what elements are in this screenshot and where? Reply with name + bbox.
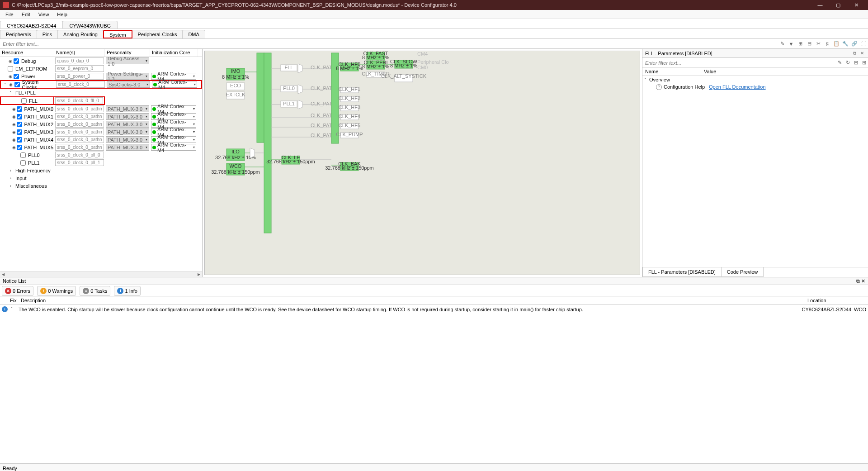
tab-peripheral-clocks[interactable]: Peripheral-Clocks (132, 30, 183, 38)
tab-analog-routing[interactable]: Analog-Routing (57, 30, 104, 38)
menu-help[interactable]: Help (53, 11, 71, 18)
notice-col-fix[interactable]: Fix (7, 297, 18, 304)
tree-body[interactable]: ◉DebugDebug Access-1.0▾EM_EEPROM◉PowerPo… (0, 57, 202, 271)
menu-view[interactable]: View (35, 11, 53, 18)
notice-col-loc[interactable]: Location (805, 297, 868, 304)
tree-row-pll0[interactable]: PLL0 (0, 151, 202, 159)
tree-row-pll1[interactable]: PLL1 (0, 159, 202, 167)
tab-system[interactable]: System (103, 30, 132, 38)
chevron-down-icon[interactable]: ˅ (644, 77, 649, 82)
param-col-name[interactable]: Name (642, 68, 701, 76)
notice-body[interactable]: i ˄ The WCO is enabled. Chip startup wil… (0, 305, 868, 368)
personality-dropdown[interactable]: PATH_MUX-3.0▾ (106, 113, 149, 120)
name-input[interactable] (55, 121, 104, 128)
notice-col-desc[interactable]: Description (18, 297, 805, 304)
name-input[interactable] (55, 113, 104, 120)
expand-icon[interactable] (14, 152, 19, 157)
col-personality[interactable]: Personality (105, 49, 150, 57)
collapse-param-icon[interactable]: ⊟ (852, 59, 860, 67)
copy-icon[interactable]: ⎘ (823, 40, 831, 48)
h-scrollbar[interactable]: ◀ ▶ (0, 271, 202, 277)
enable-checkbox[interactable] (14, 74, 19, 79)
notice-close-icon[interactable]: ✕ (861, 278, 865, 284)
name-input[interactable] (55, 159, 104, 166)
name-input[interactable] (55, 128, 104, 135)
personality-dropdown[interactable]: PATH_MUX-3.0▾ (106, 121, 149, 128)
enable-checkbox[interactable] (8, 66, 13, 71)
expand-icon[interactable] (2, 58, 7, 63)
expand-icon[interactable] (9, 137, 11, 142)
name-input[interactable] (55, 73, 104, 80)
personality-dropdown[interactable]: SysClocks-3.0▾ (107, 81, 150, 88)
notice-row[interactable]: i ˄ The WCO is enabled. Chip startup wil… (0, 305, 868, 314)
tree-row-debug[interactable]: ◉DebugDebug Access-1.0▾ (0, 57, 202, 65)
name-input[interactable] (55, 136, 104, 143)
expand-icon[interactable] (15, 98, 20, 103)
reset-icon[interactable]: ↻ (844, 59, 852, 67)
expand-icon[interactable] (9, 145, 11, 150)
errors-filter-button[interactable]: ✕0 Errors (2, 286, 33, 296)
col-resource[interactable]: Resource (0, 49, 54, 57)
enable-checkbox[interactable] (17, 106, 22, 112)
expand-icon[interactable]: › (8, 168, 13, 173)
param-col-value[interactable]: Value (701, 68, 868, 76)
enable-checkbox[interactable] (17, 114, 22, 119)
personality-dropdown[interactable]: PATH_MUX-3.0▾ (106, 128, 149, 135)
enable-checkbox[interactable] (17, 137, 22, 143)
device-tab-1[interactable]: CYW4343WKUBG (62, 21, 118, 29)
close-panel-icon[interactable]: ✕ (859, 50, 865, 57)
core-dropdown[interactable]: ARM Cortex-M4▾ (152, 81, 197, 88)
enable-checkbox[interactable] (14, 82, 20, 87)
col-init-core[interactable]: Initialization Core (150, 49, 198, 57)
device-tab-0[interactable]: CY8C624ABZI-S2D44 (0, 21, 63, 29)
scroll-right-arrow[interactable]: ▶ (196, 272, 202, 277)
enable-checkbox[interactable] (17, 129, 22, 135)
expand-icon[interactable]: › (8, 176, 13, 181)
scroll-left-arrow[interactable]: ◀ (0, 272, 6, 277)
fit-icon[interactable]: ⛶ (859, 40, 868, 48)
enable-checkbox[interactable] (17, 122, 22, 127)
expand-icon[interactable]: › (8, 183, 13, 188)
expand-all-icon[interactable]: ⊞ (796, 40, 804, 48)
bottom-tab-params[interactable]: FLL - Parameters [DISABLED] (642, 267, 722, 277)
tasks-filter-button[interactable]: ≡0 Tasks (80, 286, 110, 296)
tree-row-high-frequency[interactable]: ›High Frequency (0, 167, 202, 174)
expand-icon[interactable]: ˅ (3, 82, 8, 87)
clear-param-filter-icon[interactable]: ✎ (835, 59, 844, 67)
parameters-body[interactable]: ˅ Overview ? Configuration Help Open FLL… (642, 76, 868, 267)
menu-file[interactable]: File (2, 11, 17, 18)
wrench-icon[interactable]: 🔧 (841, 40, 849, 48)
warnings-filter-button[interactable]: !0 Warnings (37, 286, 76, 296)
expand-icon[interactable] (2, 66, 7, 71)
enable-checkbox[interactable] (20, 160, 26, 166)
clock-diagram[interactable]: IMO8 MHz ± 1% ECO EXTCLK ILO32.768 kHz ±… (204, 51, 640, 275)
expand-icon[interactable] (9, 114, 11, 119)
filter-funnel-icon[interactable]: ▼ (787, 40, 795, 48)
tab-pins[interactable]: Pins (37, 30, 58, 38)
filter-input[interactable] (0, 40, 778, 48)
name-input[interactable] (55, 97, 103, 104)
expand-param-icon[interactable]: ⊞ (860, 59, 868, 67)
personality-dropdown[interactable]: Power Settings-1.3▾ (106, 73, 149, 80)
expand-icon[interactable] (9, 129, 11, 134)
tab-dma[interactable]: DMA (182, 30, 205, 38)
expand-icon[interactable] (9, 122, 11, 127)
personality-dropdown[interactable]: PATH_MUX-3.0▾ (106, 136, 149, 143)
locate-icon[interactable]: 🔗 (850, 40, 859, 48)
enable-checkbox[interactable] (20, 152, 26, 158)
enable-checkbox[interactable] (17, 145, 22, 150)
name-input[interactable] (56, 81, 105, 88)
tree-row-miscellaneous[interactable]: ›Miscellaneous (0, 182, 202, 190)
close-button[interactable]: ✕ (847, 0, 865, 10)
notice-popout-icon[interactable]: ⧉ (856, 278, 860, 284)
expand-icon[interactable]: ˅ (8, 90, 13, 95)
enable-checkbox[interactable] (21, 98, 27, 104)
menu-edit[interactable]: Edit (18, 11, 34, 18)
parameters-filter-input[interactable] (642, 59, 835, 67)
expand-icon[interactable] (14, 160, 19, 165)
name-input[interactable] (55, 152, 104, 158)
tree-row-input[interactable]: ›Input (0, 174, 202, 182)
col-names[interactable]: Name(s) (54, 49, 105, 57)
info-filter-button[interactable]: i1 Info (114, 286, 141, 296)
name-input[interactable] (55, 65, 104, 72)
